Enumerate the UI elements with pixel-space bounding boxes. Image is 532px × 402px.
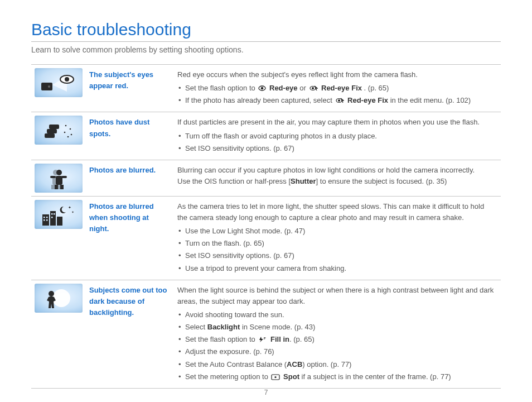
svg-point-15 (70, 128, 71, 130)
svg-rect-0 (41, 83, 52, 90)
svg-rect-31 (42, 214, 49, 226)
redeye-icon (258, 85, 266, 92)
svg-point-17 (71, 134, 72, 136)
svg-rect-36 (43, 219, 45, 221)
row-intro: If dust particles are present in the air… (177, 117, 495, 128)
row-line: Use the OIS function or half-press [Shut… (177, 176, 495, 187)
svg-rect-26 (60, 185, 64, 189)
svg-rect-13 (49, 125, 59, 129)
svg-rect-32 (50, 211, 56, 226)
row-thumb-night: ✦✦ (35, 200, 83, 229)
list-item: Adjust the exposure. (p. 76) (177, 346, 495, 358)
troubleshooting-table: The subject's eyes appear red. Red eye o… (31, 64, 501, 389)
fill-in-flash-icon: F (258, 336, 267, 343)
row-line: Blurring can occur if you capture photos… (177, 165, 495, 176)
row-intro: Red eye occurs when the subject's eyes r… (177, 69, 495, 80)
list-item: Use the Low Light Shot mode. (p. 47) (177, 226, 495, 238)
problem-label: Subjects come out too dark because of ba… (85, 280, 173, 388)
table-row: Subjects come out too dark because of ba… (31, 280, 501, 388)
svg-point-4 (65, 77, 69, 82)
svg-rect-21 (51, 185, 55, 189)
problem-label: Photos are blurred when shooting at nigh… (85, 196, 173, 280)
redeye-fix-icon (309, 85, 318, 92)
page-title: Basic troubleshooting (31, 20, 501, 39)
svg-text:F: F (264, 337, 266, 340)
backlight-icon (39, 286, 78, 310)
svg-text:✦: ✦ (71, 210, 74, 214)
redeye-fix-icon (335, 97, 344, 104)
svg-rect-11 (45, 133, 55, 138)
list-item: Turn on the flash. (p. 65) (177, 238, 495, 250)
row-thumb-backlight (35, 284, 83, 313)
table-row: Photos have dust spots. If dust particle… (31, 112, 501, 160)
svg-rect-38 (51, 213, 53, 215)
problem-label: The subject's eyes appear red. (85, 65, 173, 112)
list-item: Set the metering option to Spot if a sub… (177, 371, 495, 384)
svg-point-16 (64, 132, 66, 133)
list-item: Avoid shooting toward the sun. (177, 309, 495, 322)
list-item: Select Backlight in Scene mode. (p. 43) (177, 322, 495, 334)
row-thumb-dust (35, 116, 83, 145)
list-item: Set the flash option to Red-eye or Red-e… (177, 83, 495, 95)
dust-icon (39, 118, 78, 142)
table-row: Photos are blurred. Blurring can occur i… (31, 160, 501, 196)
svg-point-10 (338, 99, 340, 102)
title-rule (31, 41, 501, 42)
row-thumb-blur (35, 164, 83, 193)
svg-text:✦: ✦ (68, 205, 71, 209)
table-row: The subject's eyes appear red. Red eye o… (31, 65, 501, 112)
svg-rect-25 (55, 185, 58, 189)
svg-point-6 (261, 87, 264, 90)
spot-meter-icon (271, 374, 280, 380)
row-intro: When the light source is behind the subj… (177, 285, 495, 307)
svg-rect-33 (57, 217, 62, 226)
svg-rect-12 (47, 129, 57, 133)
row-thumb-red-eye (35, 68, 83, 97)
row-intro: As the camera tries to let in more light… (177, 201, 495, 223)
svg-point-23 (56, 170, 62, 175)
list-item: Set the Auto Contrast Balance (ACB) opti… (177, 359, 495, 371)
blur-person-icon (39, 166, 78, 190)
svg-rect-28 (50, 176, 56, 178)
page-number: 7 (0, 389, 532, 396)
list-item: Set the flash option to F Fill in. (p. 6… (177, 334, 495, 346)
svg-rect-39 (54, 213, 55, 215)
list-item: Use a tripod to prevent your camera from… (177, 263, 495, 275)
svg-rect-37 (46, 219, 48, 221)
table-row: ✦✦ Photos are blurred when shooting at n… (31, 196, 501, 280)
night-city-icon: ✦✦ (39, 202, 78, 227)
svg-point-42 (49, 291, 54, 296)
svg-rect-35 (46, 217, 48, 218)
svg-point-1 (48, 85, 50, 88)
svg-point-45 (275, 376, 277, 378)
svg-point-14 (65, 125, 67, 127)
lead-text: Learn to solve common problems by settin… (31, 45, 501, 54)
list-item: Set ISO sensitivity options. (p. 67) (177, 143, 495, 155)
list-item: Turn off the flash or avoid capturing ph… (177, 131, 495, 143)
problem-label: Photos have dust spots. (85, 112, 173, 160)
problem-label: Photos are blurred. (85, 160, 173, 196)
list-item: If the photo has already been captured, … (177, 95, 495, 107)
svg-rect-27 (61, 176, 67, 178)
svg-rect-34 (43, 217, 45, 218)
list-item: Set ISO sensitivity options. (p. 67) (177, 250, 495, 262)
svg-point-41 (52, 289, 70, 307)
svg-rect-40 (51, 217, 53, 218)
camera-redeye-icon (39, 70, 78, 95)
svg-point-8 (312, 87, 314, 89)
svg-point-18 (67, 136, 69, 138)
